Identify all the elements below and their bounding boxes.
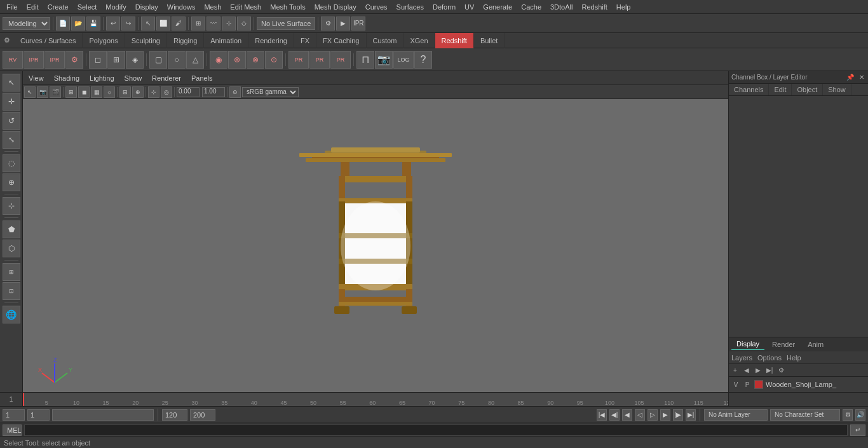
rs-cam-btn[interactable]: 📷 — [375, 51, 393, 69]
mode-dropdown[interactable]: Modeling — [3, 17, 50, 30]
render-seq-btn[interactable]: ▶ — [336, 17, 350, 31]
pb-prev-key-btn[interactable]: ◀| — [609, 409, 620, 421]
timeline-ruler[interactable]: 1510152025303540455055606570758085909510… — [23, 393, 728, 406]
measure-btn[interactable]: ⊞ — [3, 263, 20, 281]
menu-mesh[interactable]: Mesh — [200, 2, 225, 12]
undo-btn[interactable]: ↩ — [106, 17, 120, 31]
new-scene-btn[interactable]: 📄 — [56, 17, 70, 31]
sphere-btn[interactable]: ○ — [168, 51, 186, 69]
char-set-btn[interactable]: No Character Set — [770, 409, 840, 421]
menu-modify[interactable]: Modify — [102, 2, 130, 12]
snap-surface-btn[interactable]: ◇ — [237, 17, 251, 31]
rs-light4-btn[interactable]: ⊙ — [265, 51, 283, 69]
rs-pr1-btn[interactable]: PR — [288, 51, 309, 69]
xray-btn[interactable]: ⊡ — [3, 282, 20, 300]
snap-grid-btn[interactable]: ⊞ — [191, 17, 205, 31]
snap-point2-btn[interactable]: ⊹ — [3, 197, 20, 215]
menu-redshift[interactable]: Redshift — [578, 2, 611, 12]
tab-redshift[interactable]: Redshift — [435, 33, 474, 48]
tab-rigging[interactable]: Rigging — [167, 33, 204, 48]
layer-gear-btn[interactable]: ⚙ — [776, 365, 786, 376]
layer-tab-render[interactable]: Render — [767, 339, 800, 350]
pb-prev-frame-btn[interactable]: ◀ — [622, 409, 632, 421]
layer-add-btn[interactable]: + — [730, 365, 740, 376]
snap-curve-btn[interactable]: 〰 — [207, 17, 220, 31]
menu-file[interactable]: File — [3, 2, 22, 12]
frame-current-input[interactable] — [27, 409, 50, 421]
frame-current-display[interactable] — [52, 409, 154, 421]
move-btn[interactable]: ✛ — [3, 93, 20, 111]
layer-fwdend-btn[interactable]: ▶| — [764, 365, 775, 376]
rs-pr2-btn[interactable]: PR — [309, 51, 330, 69]
vp-display-btn[interactable]: ⊙ — [229, 86, 241, 98]
vp-menu-shading[interactable]: Shading — [51, 73, 83, 83]
cone-btn[interactable]: △ — [186, 51, 204, 69]
frame-start-input[interactable] — [3, 409, 25, 421]
layer-tab-display[interactable]: Display — [731, 339, 764, 350]
ch-tab-edit[interactable]: Edit — [769, 84, 792, 95]
vp-menu-show[interactable]: Show — [121, 73, 146, 83]
ch-tab-show[interactable]: Show — [823, 84, 851, 95]
frame-anim-end-input[interactable] — [190, 409, 215, 421]
open-scene-btn[interactable]: 📂 — [71, 17, 85, 31]
script-type-btn[interactable]: MEL — [3, 424, 22, 436]
tab-custom[interactable]: Custom — [367, 33, 404, 48]
rotate-btn[interactable]: ↺ — [3, 112, 20, 130]
vp-menu-panels[interactable]: Panels — [188, 73, 216, 83]
camera-tools-btn[interactable]: 🌐 — [3, 306, 20, 323]
channel-box-pin[interactable]: 📌 — [845, 74, 855, 81]
vp-wireframe-btn[interactable]: ⊞ — [65, 86, 77, 98]
rs-help-btn[interactable]: ? — [414, 51, 432, 69]
menu-display[interactable]: Display — [132, 2, 162, 12]
soft-select-btn[interactable]: ◌ — [3, 154, 20, 172]
menu-mesh-display[interactable]: Mesh Display — [311, 2, 360, 12]
rs-env-btn[interactable]: ⊓ — [356, 51, 374, 69]
menu-edit[interactable]: Edit — [23, 2, 43, 12]
redo-btn[interactable]: ↪ — [121, 17, 135, 31]
tab-animation[interactable]: Animation — [204, 33, 248, 48]
lasso-select-btn[interactable]: ⬜ — [156, 17, 170, 31]
vp-isolate-btn[interactable]: ◎ — [161, 86, 172, 98]
script-input[interactable] — [24, 424, 848, 436]
vp-textured-btn[interactable]: ▦ — [91, 86, 102, 98]
ipr-btn[interactable]: IPR — [351, 17, 365, 31]
channel-box-close[interactable]: ✕ — [858, 74, 865, 81]
menu-curves[interactable]: Curves — [362, 2, 391, 12]
vp-shaded-btn[interactable]: ◼ — [78, 86, 90, 98]
menu-create[interactable]: Create — [44, 2, 72, 12]
layer-fwd-btn[interactable]: ▶ — [753, 365, 763, 376]
lasso-btn[interactable]: ⬟ — [3, 221, 20, 238]
vp-render-btn[interactable]: 🎬 — [50, 86, 61, 98]
menu-cache[interactable]: Cache — [517, 2, 545, 12]
menu-surfaces[interactable]: Surfaces — [393, 2, 428, 12]
layer-tab-anim[interactable]: Anim — [803, 339, 829, 350]
vp-gamma-select[interactable]: sRGB gamma — [242, 87, 299, 97]
rs-light3-btn[interactable]: ⊗ — [247, 51, 264, 69]
select-tool-btn[interactable]: ↖ — [141, 17, 155, 31]
menu-uv[interactable]: UV — [461, 2, 478, 12]
layout-3-btn[interactable]: ◈ — [126, 51, 144, 69]
vp-light-btn[interactable]: ☼ — [104, 86, 115, 98]
tab-curves-surfaces[interactable]: Curves / Surfaces — [14, 33, 83, 48]
layer-p-btn[interactable]: P — [743, 381, 752, 388]
anim-layer-btn[interactable]: No Anim Layer — [704, 409, 768, 421]
vp-menu-renderer[interactable]: Renderer — [149, 73, 184, 83]
layer-color-swatch[interactable] — [754, 380, 763, 389]
render-settings-btn[interactable]: ⚙ — [321, 17, 335, 31]
rs-pr3-btn[interactable]: PR — [330, 51, 351, 69]
cube-btn[interactable]: ▢ — [149, 51, 167, 69]
vp-cam-btn[interactable]: 📷 — [37, 86, 48, 98]
vp-grid-btn[interactable]: ⊟ — [119, 86, 131, 98]
menu-deform[interactable]: Deform — [429, 2, 459, 12]
viewport-canvas[interactable]: Y X Z persp — [23, 99, 728, 392]
vp-origin-btn[interactable]: ⊕ — [132, 86, 144, 98]
paint-btn[interactable]: ⬡ — [3, 240, 20, 257]
tab-fx-caching[interactable]: FX Caching — [316, 33, 366, 48]
layer-v-btn[interactable]: V — [731, 381, 740, 388]
pb-settings-btn[interactable]: ⚙ — [843, 409, 853, 421]
rs-light1-btn[interactable]: ◉ — [210, 51, 227, 69]
pb-next-key-btn[interactable]: |▶ — [673, 409, 683, 421]
tab-polygons[interactable]: Polygons — [83, 33, 125, 48]
pb-audio-btn[interactable]: 🔊 — [855, 409, 865, 421]
vp-menu-view[interactable]: View — [25, 73, 47, 83]
